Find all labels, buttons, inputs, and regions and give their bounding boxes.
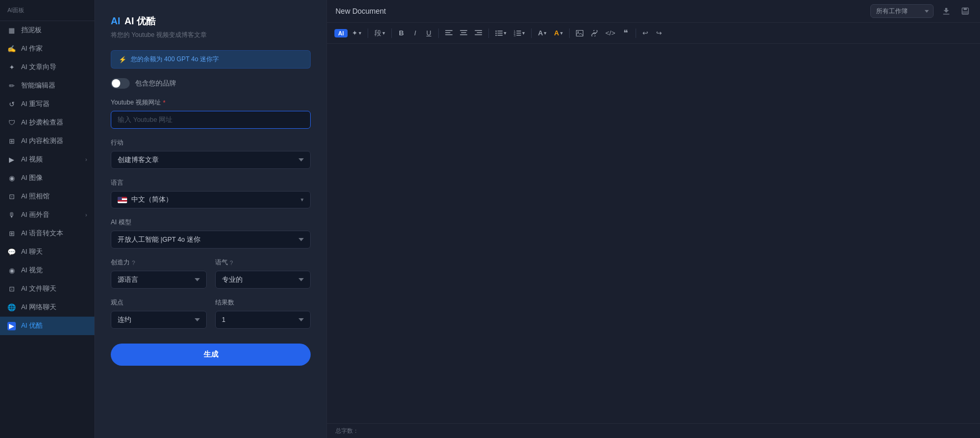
sidebar-item-label: AI 图像	[21, 174, 43, 183]
ai-vision-icon: ◉	[7, 266, 16, 275]
ai-video-icon: ▶	[7, 156, 16, 164]
bold-btn[interactable]: B	[395, 27, 408, 39]
creativity-field: 创造力 ? 源语言低中高	[111, 258, 207, 289]
required-marker: *	[163, 99, 166, 107]
svg-point-15	[495, 32, 496, 33]
sidebar-item-ai-chat[interactable]: 💬 AI 聊天	[0, 243, 94, 261]
youtube-url-field: Youtube 视频网址 *	[111, 98, 311, 129]
image-btn[interactable]	[573, 28, 587, 39]
workspace-select[interactable]: 所有工作簿个人团队	[870, 4, 934, 18]
sidebar-item-ai-vision[interactable]: ◉ AI 视觉	[0, 261, 94, 280]
toolbar-divider-3	[438, 28, 439, 38]
results-select[interactable]: 123	[215, 311, 311, 329]
bullet-list-icon	[495, 30, 503, 36]
results-label: 结果数	[215, 298, 311, 307]
ai-youku-icon: ▶	[7, 322, 16, 330]
sidebar-item-label: AI 视频	[21, 155, 43, 164]
highlight-btn[interactable]: A ▾	[551, 27, 565, 39]
action-select[interactable]: 创建博客文章生成摘要提取关键词	[111, 151, 311, 169]
sidebar-item-ai-writer[interactable]: ✍ AI 作家	[0, 40, 94, 58]
viewpoint-label: 观点	[111, 298, 207, 307]
language-label: 语言	[111, 178, 311, 187]
tone-field: 语气 ? 专业的随意的正式的	[215, 258, 311, 289]
save-button[interactable]	[959, 5, 972, 17]
sidebar-item-ai-web-chat[interactable]: 🌐 AI 网络聊天	[0, 298, 94, 317]
numbered-list-icon: 1. 2. 3.	[514, 30, 521, 36]
italic-btn[interactable]: I	[409, 27, 421, 39]
svg-text:3.: 3.	[514, 34, 516, 36]
creativity-select[interactable]: 源语言低中高	[111, 271, 207, 289]
ai-writer-icon: ✍	[7, 45, 16, 53]
toolbar-divider-7	[636, 28, 636, 38]
numbered-list-btn[interactable]: 1. 2. 3. ▾	[511, 28, 528, 39]
tone-tooltip: ?	[230, 260, 233, 266]
sidebar-item-ai-youku[interactable]: ▶ AI 优酷	[0, 317, 94, 335]
ai-web-chat-icon: 🌐	[7, 303, 16, 312]
ai-toolbar-badge[interactable]: AI	[334, 29, 348, 37]
brand-toggle[interactable]	[111, 78, 130, 89]
doc-title-input[interactable]	[335, 7, 864, 15]
chevron-right-icon: ›	[85, 212, 87, 218]
editor-area[interactable]	[327, 44, 980, 423]
sidebar-item-ai-stt[interactable]: ⊞ AI 语音转文本	[0, 224, 94, 243]
brand-toggle-label: 包含您的品牌	[135, 79, 176, 88]
magic-btn[interactable]: ✦ ▾	[349, 27, 364, 39]
undo-btn[interactable]: ↩	[639, 27, 652, 39]
sidebar-header: AI面板	[0, 0, 94, 21]
editor-topbar: 所有工作簿个人团队	[327, 0, 980, 23]
toolbar-divider	[368, 28, 368, 38]
underline-btn[interactable]: U	[422, 27, 435, 39]
credits-text: 您的余额为 400 GPT 4o 迷你字	[131, 55, 219, 64]
align-left-btn[interactable]	[442, 28, 456, 39]
ai-label: AI	[111, 16, 120, 27]
tone-select[interactable]: 专业的随意的正式的	[215, 271, 311, 289]
ai-article-icon: ✦	[7, 63, 16, 72]
align-right-btn[interactable]	[472, 28, 485, 39]
font-color-btn[interactable]: A ▾	[535, 27, 550, 39]
ai-model-label: AI 模型	[111, 218, 311, 227]
sidebar-item-content-detector[interactable]: ⊞ AI 内容检测器	[0, 132, 94, 150]
svg-rect-3	[963, 11, 968, 14]
sidebar-item-ai-photo[interactable]: ⊡ AI 照相馆	[0, 187, 94, 206]
ai-file-chat-icon: ⊡	[7, 285, 16, 293]
editor-toolbar: AI ✦ ▾ 段 ▾ B I U	[327, 23, 980, 44]
code-btn[interactable]: </>	[602, 27, 619, 39]
sidebar-item-ai-file-chat[interactable]: ⊡ AI 文件聊天	[0, 280, 94, 298]
credits-badge: ⚡ 您的余额为 400 GPT 4o 迷你字	[111, 50, 311, 69]
magic-icon: ✦	[352, 29, 358, 37]
tool-subtitle: 将您的 Youtube 视频变成博客文章	[111, 31, 311, 40]
magic-chevron: ▾	[359, 30, 361, 36]
sidebar-item-ai-article[interactable]: ✦ AI 文章向导	[0, 58, 94, 77]
redo-btn[interactable]: ↪	[653, 27, 666, 39]
content-detector-icon: ⊞	[7, 137, 16, 146]
youtube-url-input[interactable]	[111, 111, 311, 129]
bullet-list-btn[interactable]: ▾	[492, 28, 510, 39]
viewpoint-results-row: 观点 连约第一人称第三人称 结果数 123	[111, 298, 311, 329]
sidebar-item-ai-video[interactable]: ▶ AI 视频 ›	[0, 150, 94, 169]
svg-rect-9	[460, 34, 467, 35]
sidebar-item-ai-voiceover[interactable]: 🎙 AI 画外音 ›	[0, 206, 94, 224]
sidebar-item-plagiarism[interactable]: 🛡 AI 抄袭检查器	[0, 113, 94, 132]
paragraph-btn[interactable]: 段 ▾	[371, 26, 388, 40]
viewpoint-select[interactable]: 连约第一人称第三人称	[111, 311, 207, 329]
sidebar-item-smart-editor[interactable]: ✏ 智能编辑器	[0, 77, 94, 95]
quote-btn[interactable]: ❝	[620, 26, 632, 40]
svg-rect-18	[497, 35, 503, 36]
sidebar-item-ai-image[interactable]: ◉ AI 图像	[0, 169, 94, 187]
language-select[interactable]: 中文（简体）	[111, 191, 311, 208]
align-center-btn[interactable]	[457, 28, 470, 39]
download-button[interactable]	[940, 5, 953, 17]
ai-chat-icon: 💬	[7, 248, 16, 256]
svg-rect-5	[445, 32, 450, 33]
generate-button[interactable]: 生成	[111, 344, 311, 366]
dashboard-icon: ▦	[7, 26, 16, 35]
svg-rect-24	[516, 35, 521, 36]
svg-rect-6	[445, 34, 453, 35]
tool-name: AI 优酷	[124, 15, 156, 27]
link-btn[interactable]	[588, 28, 601, 39]
ai-model-select[interactable]: 开放人工智能 |GPT 4o 迷你	[111, 231, 311, 249]
svg-rect-16	[497, 33, 503, 34]
sidebar-item-ai-rewriter[interactable]: ↺ AI 重写器	[0, 95, 94, 113]
svg-rect-2	[964, 8, 967, 10]
sidebar-item-dashboard[interactable]: ▦ 挡泥板	[0, 21, 94, 40]
